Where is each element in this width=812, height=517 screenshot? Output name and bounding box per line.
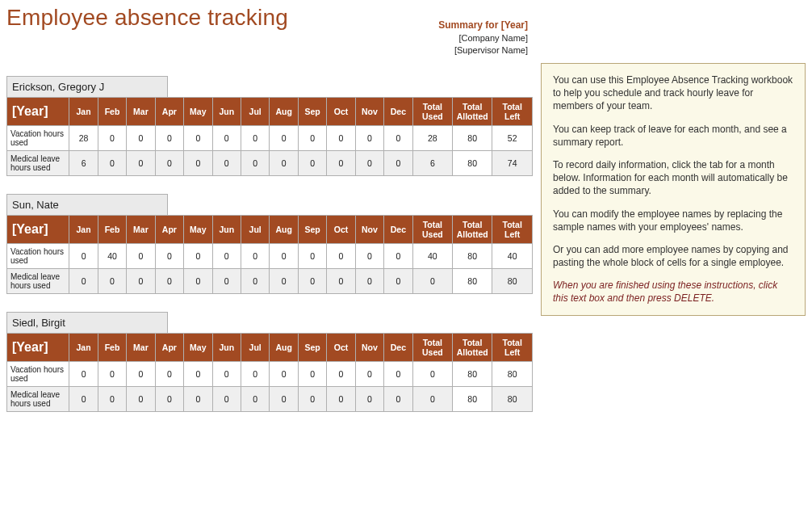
- month-cell: 0: [298, 125, 326, 150]
- month-cell: 0: [69, 243, 98, 268]
- month-cell: 0: [127, 387, 155, 412]
- total-used-cell: 0: [412, 268, 452, 293]
- month-header: Jul: [241, 215, 269, 243]
- year-header: [Year]: [7, 97, 69, 125]
- employee-table: [Year]JanFebMarAprMayJunJulAugSepOctNovD…: [6, 97, 533, 176]
- total-left-cell: 74: [492, 150, 533, 175]
- total-allotted-cell: 80: [453, 125, 492, 150]
- total-allotted-cell: 80: [453, 150, 492, 175]
- total-header: TotalAllotted: [453, 97, 492, 125]
- month-cell: 0: [270, 268, 298, 293]
- month-cell: 0: [327, 150, 355, 175]
- month-cell: 0: [98, 268, 126, 293]
- month-cell: 0: [241, 150, 269, 175]
- month-cell: 0: [298, 268, 326, 293]
- month-cell: 0: [212, 268, 241, 293]
- instructions-box[interactable]: You can use this Employee Absence Tracki…: [541, 63, 806, 316]
- month-cell: 0: [184, 125, 212, 150]
- table-row: Vacation hours used2800000000000288052: [7, 125, 533, 150]
- total-header: TotalLeft: [492, 97, 533, 125]
- month-cell: 0: [298, 362, 326, 387]
- month-header: Mar: [127, 333, 155, 361]
- month-cell: 0: [184, 243, 212, 268]
- month-header: Jul: [241, 97, 269, 125]
- total-used-cell: 0: [412, 387, 452, 412]
- employee-table: [Year]JanFebMarAprMayJunJulAugSepOctNovD…: [6, 333, 533, 412]
- month-cell: 0: [241, 387, 269, 412]
- row-label: Medical leave hours used: [7, 150, 69, 175]
- month-header: Dec: [384, 333, 412, 361]
- total-left-cell: 80: [492, 362, 533, 387]
- month-cell: 28: [69, 125, 98, 150]
- month-cell: 0: [155, 125, 183, 150]
- month-cell: 0: [98, 150, 126, 175]
- total-used-cell: 6: [412, 150, 452, 175]
- month-cell: 0: [184, 268, 212, 293]
- employee-name: Sun, Nate: [6, 194, 168, 215]
- row-label: Vacation hours used: [7, 125, 69, 150]
- month-header: Nov: [355, 333, 383, 361]
- employee-table: [Year]JanFebMarAprMayJunJulAugSepOctNovD…: [6, 215, 533, 294]
- month-header: Sep: [298, 97, 326, 125]
- total-header: TotalUsed: [412, 215, 452, 243]
- month-cell: 0: [270, 150, 298, 175]
- month-cell: 0: [241, 243, 269, 268]
- month-header: Jun: [212, 333, 241, 361]
- month-cell: 0: [212, 387, 241, 412]
- total-left-cell: 80: [492, 387, 533, 412]
- month-header: Feb: [98, 333, 126, 361]
- month-header: May: [184, 333, 212, 361]
- month-cell: 0: [212, 150, 241, 175]
- month-cell: 0: [184, 362, 212, 387]
- total-used-cell: 0: [412, 362, 452, 387]
- total-header: TotalUsed: [412, 97, 452, 125]
- month-cell: 0: [184, 150, 212, 175]
- month-cell: 0: [355, 125, 383, 150]
- month-cell: 0: [327, 125, 355, 150]
- month-header: Oct: [327, 333, 355, 361]
- employee-block: Sun, Nate[Year]JanFebMarAprMayJunJulAugS…: [6, 194, 533, 294]
- total-allotted-cell: 80: [453, 268, 492, 293]
- row-label: Vacation hours used: [7, 362, 69, 387]
- row-label: Vacation hours used: [7, 243, 69, 268]
- month-cell: 0: [155, 387, 183, 412]
- month-header: Mar: [127, 215, 155, 243]
- month-cell: 0: [384, 387, 412, 412]
- month-cell: 0: [155, 243, 183, 268]
- month-cell: 0: [355, 243, 383, 268]
- total-left-cell: 80: [492, 268, 533, 293]
- month-header: Sep: [298, 333, 326, 361]
- year-header: [Year]: [7, 333, 69, 361]
- supervisor-name: [Supervisor Name]: [6, 44, 528, 57]
- month-cell: 0: [384, 268, 412, 293]
- instructions-paragraph: You can modify the employee names by rep…: [553, 208, 793, 233]
- total-left-cell: 52: [492, 125, 533, 150]
- total-allotted-cell: 80: [453, 387, 492, 412]
- month-cell: 0: [127, 268, 155, 293]
- month-cell: 0: [127, 125, 155, 150]
- month-cell: 0: [127, 150, 155, 175]
- instructions-paragraph: Or you can add more employee names by co…: [553, 243, 793, 269]
- month-header: Nov: [355, 215, 383, 243]
- employee-name: Erickson, Gregory J: [6, 76, 168, 97]
- month-cell: 0: [241, 362, 269, 387]
- month-cell: 0: [355, 362, 383, 387]
- month-header: Feb: [98, 97, 126, 125]
- page-title: Employee absence tracking: [6, 5, 288, 31]
- month-cell: 40: [98, 243, 126, 268]
- month-cell: 0: [212, 243, 241, 268]
- month-cell: 0: [155, 362, 183, 387]
- total-allotted-cell: 80: [453, 362, 492, 387]
- month-cell: 0: [327, 387, 355, 412]
- month-cell: 0: [270, 362, 298, 387]
- month-cell: 0: [184, 387, 212, 412]
- instructions-paragraph: To record daily information, click the t…: [553, 158, 793, 198]
- table-row: Medical leave hours used6000000000006807…: [7, 150, 533, 175]
- month-cell: 0: [155, 268, 183, 293]
- month-cell: 0: [127, 243, 155, 268]
- total-header: TotalAllotted: [453, 333, 492, 361]
- month-header: Oct: [327, 97, 355, 125]
- month-header: May: [184, 97, 212, 125]
- month-header: Nov: [355, 97, 383, 125]
- month-cell: 0: [270, 125, 298, 150]
